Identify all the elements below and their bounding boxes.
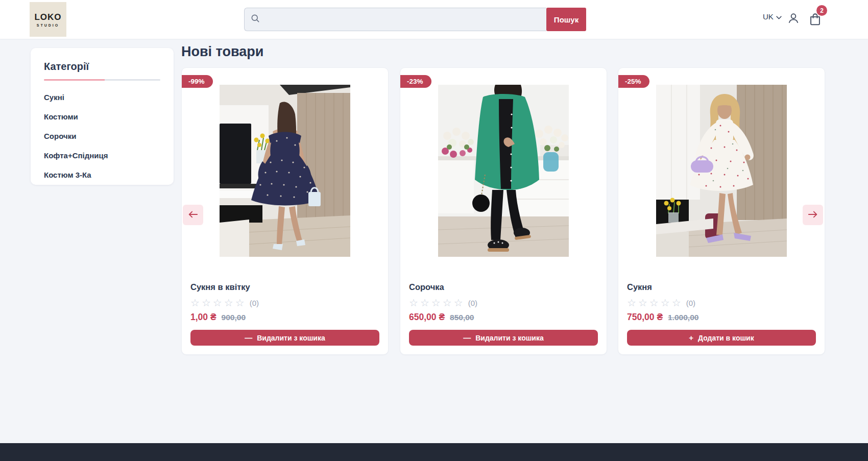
product-info: Сукня ☆☆☆☆☆ (0) 750,00 ₴ 1.000,00 [618, 282, 825, 323]
account-button[interactable] [787, 12, 800, 27]
discount-badge: -25% [618, 75, 649, 88]
user-icon [787, 19, 800, 27]
sidebar-item-kostyumy[interactable]: Костюми [44, 112, 160, 121]
product-info: Сорочка ☆☆☆☆☆ (0) 650,00 ₴ 850,00 [400, 282, 607, 323]
old-price: 1.000,00 [668, 313, 698, 322]
shopping-bag-icon [808, 20, 822, 28]
current-price: 650,00 ₴ [409, 312, 445, 323]
search-input[interactable] [260, 8, 546, 31]
search-button[interactable]: Пошук [546, 8, 586, 31]
arrow-right-icon [808, 210, 818, 220]
category-list: Сукні Костюми Сорочки Кофта+Спідниця Кос… [44, 93, 160, 179]
search-form: Пошук [244, 8, 586, 31]
plus-icon: + [689, 333, 693, 342]
rating-count: (0) [686, 299, 695, 307]
product-info: Сукня в квітку ☆☆☆☆☆ (0) 1,00 ₴ 900,00 [182, 282, 388, 323]
carousel-prev-button[interactable] [183, 205, 203, 225]
product-rating: ☆☆☆☆☆ (0) [190, 297, 379, 309]
product-name[interactable]: Сукня [627, 282, 816, 292]
cta-label: Видалити з кошика [257, 334, 325, 342]
product-prices: 750,00 ₴ 1.000,00 [627, 312, 816, 323]
product-rating: ☆☆☆☆☆ (0) [409, 297, 598, 309]
product-prices: 650,00 ₴ 850,00 [409, 312, 598, 323]
discount-badge: -23% [400, 75, 431, 88]
categories-sidebar: Категорії Сукні Костюми Сорочки Кофта+Сп… [31, 48, 174, 185]
page: LOKO STUDIO Пошук UK [0, 0, 868, 461]
star-rating-icons: ☆☆☆☆☆ [409, 297, 465, 309]
cta-label: Видалити з кошика [475, 334, 544, 342]
sidebar-divider [44, 79, 160, 81]
minus-icon: — [463, 333, 471, 342]
minus-icon: — [245, 333, 252, 342]
cta-label: Додати в кошик [698, 334, 754, 342]
product-card: -23% [400, 67, 607, 355]
sidebar-item-kostyum-3ka[interactable]: Костюм 3-Ка [44, 171, 160, 179]
star-rating-icons: ☆☆☆☆☆ [190, 297, 247, 309]
product-card: -99% [181, 67, 389, 355]
current-price: 1,00 ₴ [190, 312, 216, 323]
discount-badge: -99% [182, 75, 213, 88]
old-price: 900,00 [222, 313, 246, 322]
chevron-down-icon [776, 12, 782, 21]
add-to-cart-button[interactable]: + Додати в кошик [627, 330, 816, 346]
search-field [244, 8, 546, 31]
logo-text: LOKO [34, 12, 61, 22]
rating-count: (0) [468, 299, 477, 307]
product-photo[interactable] [220, 85, 350, 257]
language-label: UK [763, 12, 774, 21]
search-icon [250, 13, 260, 26]
sidebar-title: Категорії [44, 61, 160, 72]
old-price: 850,00 [450, 313, 474, 322]
sidebar-item-sorochky[interactable]: Сорочки [44, 132, 160, 140]
footer [0, 443, 868, 461]
sidebar-item-sukni[interactable]: Сукні [44, 93, 160, 102]
product-prices: 1,00 ₴ 900,00 [190, 312, 379, 323]
cart-count-badge: 2 [816, 5, 827, 16]
language-selector[interactable]: UK [763, 12, 782, 21]
header: LOKO STUDIO Пошук UK [0, 0, 868, 39]
product-photo[interactable] [656, 85, 787, 257]
arrow-left-icon [188, 210, 198, 220]
carousel-next-button[interactable] [803, 205, 823, 225]
product-rating: ☆☆☆☆☆ (0) [627, 297, 816, 309]
remove-from-cart-button[interactable]: — Видалити з кошика [409, 330, 598, 346]
rating-count: (0) [250, 299, 259, 307]
product-photo[interactable] [438, 85, 569, 257]
product-name[interactable]: Сорочка [409, 282, 598, 292]
star-rating-icons: ☆☆☆☆☆ [627, 297, 683, 309]
logo-subtext: STUDIO [37, 23, 59, 27]
page-title: Нові товари [181, 44, 263, 60]
sidebar-item-kofta-spidnytsya[interactable]: Кофта+Спідниця [44, 151, 160, 160]
product-card: -25% [618, 67, 825, 355]
product-name[interactable]: Сукня в квітку [190, 282, 379, 292]
remove-from-cart-button[interactable]: — Видалити з кошика [190, 330, 379, 346]
logo[interactable]: LOKO STUDIO [30, 2, 66, 37]
current-price: 750,00 ₴ [627, 312, 663, 323]
